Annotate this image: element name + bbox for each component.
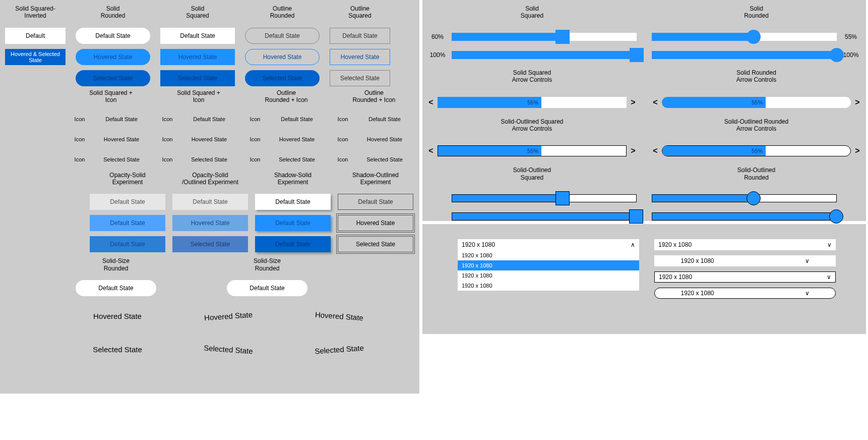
selected-button[interactable]: Selected State [76,70,150,86]
dropdown-option[interactable]: 1920 x 1080 [458,250,639,260]
slider-title: Solid Rounded [744,5,769,20]
slider-thumb[interactable] [830,48,844,62]
arrow-right[interactable]: > [854,146,861,155]
dropdown[interactable]: 1920 x 1080 ∨ [654,288,836,299]
dropdown[interactable]: 1920 x 1080 ∨ [654,239,836,250]
slider-thumb[interactable] [630,48,644,62]
col-title: Opacity-Solid Experiment [109,172,145,186]
arrow-left[interactable]: < [427,146,435,155]
arrow-left[interactable]: < [652,98,659,107]
default-button[interactable]: Default State [92,111,151,127]
selected-button[interactable]: Selected State [179,151,239,168]
slider[interactable] [652,194,837,202]
default-button[interactable]: Default State [245,28,320,44]
size-selected-button[interactable]: Selected State [285,332,393,367]
slider-thumb[interactable] [747,30,761,44]
shadow-button[interactable]: Default State [255,236,331,252]
slider[interactable] [652,212,837,221]
slider[interactable]: 55% [438,145,627,156]
slider[interactable]: 55% [438,97,627,108]
default-button[interactable]: Default State [160,28,235,44]
opacity-button[interactable]: Default State [90,236,165,252]
dropdown[interactable]: 1920 x 1080 ∨ [654,255,836,266]
slider-value: 60% [427,33,448,40]
size-hovered-button[interactable]: Hovered State [285,299,393,334]
slider[interactable] [652,51,837,59]
icon-slot: Icon [246,151,264,168]
icon-slot: Icon [246,131,264,147]
dropdown-value: 1920 x 1080 [659,273,692,281]
arrow-left[interactable]: < [652,146,659,155]
slider-thumb[interactable] [629,209,643,224]
default-button[interactable]: Default State [179,111,239,127]
shadow-outline-hovered[interactable]: Hovered State [338,215,413,231]
size-default-button[interactable]: Default State [76,280,156,296]
hovered-button[interactable]: Hovered State [76,49,150,65]
default-button[interactable]: Default State [330,28,390,44]
caret-down-icon: ∨ [805,257,810,264]
opacity-button[interactable]: Default State [90,194,165,210]
shadow-button[interactable]: Default State [255,215,331,231]
size-hovered-button[interactable]: Hovered State [65,302,170,329]
dropdown-open[interactable]: 1920 x 1080 ∧ [458,239,639,250]
sliders-panel: Solid Squared 60% 100% [422,0,866,221]
slider-thumb[interactable] [555,30,570,44]
slider-title: Solid Rounded Arrow Controls [736,69,776,84]
slider[interactable] [652,33,837,41]
size-selected-button[interactable]: Selected State [65,336,170,363]
icon-slot: Icon [246,111,264,127]
selected-button[interactable]: Selected State [160,70,235,86]
slider[interactable] [452,212,637,221]
default-button[interactable]: Default State [355,111,414,127]
arrow-left[interactable]: < [427,98,435,107]
arrow-right[interactable]: > [854,98,861,107]
selected-button[interactable]: Selected State [355,151,414,168]
col-title: Solid Squared- Inverted [15,5,55,20]
icon-slot: Icon [158,131,176,147]
hovered-button[interactable]: Hovered State [160,49,235,65]
slider[interactable] [452,33,637,41]
arrow-right[interactable]: > [630,98,637,107]
slider[interactable] [452,51,637,59]
slider-thumb[interactable] [829,209,843,224]
shadow-outline-selected[interactable]: Selected State [338,236,413,252]
slider[interactable]: 55% [662,145,851,156]
slider-thumb[interactable] [555,191,570,205]
selected-button[interactable]: Selected State [267,151,327,168]
opacity-hovered-button[interactable]: Hovered State [172,215,248,231]
slider[interactable]: 55% [662,97,851,108]
hovered-button[interactable]: Hovered State [330,49,390,65]
hovered-button[interactable]: Hovered State [179,131,239,147]
default-button[interactable]: Default [5,28,66,44]
col-title: Outline Squared [348,5,371,20]
opacity-button[interactable]: Default State [90,215,165,231]
hovered-button[interactable]: Hovered State [92,131,151,147]
hovered-button[interactable]: Hovered State [245,49,320,65]
slider-title: Solid Squared Arrow Controls [512,69,552,84]
selected-button[interactable]: Selected State [330,70,390,86]
opacity-selected-button[interactable]: Selected State [172,236,248,252]
dropdown-list: 1920 x 1080 1920 x 1080 1920 x 1080 1920… [458,250,639,291]
selected-button[interactable]: Selected State [245,70,320,86]
shadow-button[interactable]: Default State [255,194,331,210]
default-button[interactable]: Default State [267,111,327,127]
opacity-default-button[interactable]: Default State [172,194,248,210]
slider-thumb[interactable] [747,191,761,205]
dropdown-option-selected[interactable]: 1920 x 1080 [458,260,639,270]
hovered-button[interactable]: Hovered State [267,131,327,147]
selected-button[interactable]: Selected State [92,151,151,168]
dropdown-option[interactable]: 1920 x 1080 [458,270,639,281]
slider[interactable] [452,194,637,202]
col-title: Outline Rounded + Icon [352,89,395,104]
hovered-button[interactable]: Hovered State [355,131,414,147]
size-selected-button[interactable]: Selected State [174,332,282,367]
size-hovered-button[interactable]: Hovered State [174,299,282,334]
shadow-outline-button[interactable]: Default State [338,194,413,210]
arrow-right[interactable]: > [630,146,637,155]
default-button[interactable]: Default State [76,28,150,44]
dropdown[interactable]: 1920 x 1080 ∨ [654,271,836,283]
dropdowns-panel: 1920 x 1080 ∧ 1920 x 1080 1920 x 1080 19… [422,224,866,334]
dropdown-option[interactable]: 1920 x 1080 [458,281,639,291]
size-default-button[interactable]: Default State [227,280,307,296]
hovered-selected-button[interactable]: Hovered & Selected State [5,49,66,65]
